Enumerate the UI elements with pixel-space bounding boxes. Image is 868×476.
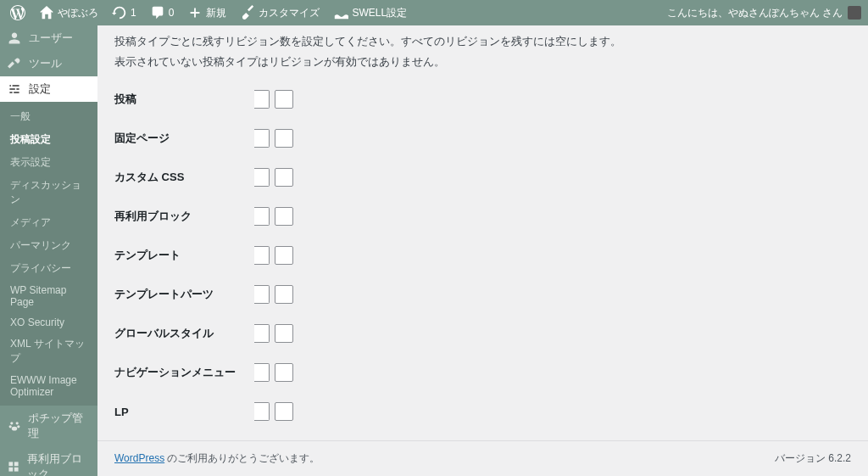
form-label: テンプレートパーツ: [114, 287, 254, 302]
form-row-global-style: グローバルスタイル: [114, 314, 851, 353]
revision-form: 投稿 固定ページ カスタム CSS 再利用ブロック テンプレート テンプレートパ…: [114, 80, 851, 431]
sidebar-sub-media[interactable]: メディア: [0, 211, 97, 234]
svg-point-1: [15, 422, 18, 424]
sidebar-item-label: ユーザー: [29, 31, 73, 46]
updates-link[interactable]: 1: [108, 5, 140, 20]
svg-point-0: [10, 422, 13, 424]
sidebar-sub-discussion[interactable]: ディスカッション: [0, 174, 97, 211]
svg-rect-6: [14, 462, 19, 466]
greeting[interactable]: こんにちは、やぬさんぽんちゃん さん: [667, 6, 843, 20]
user-icon: [7, 31, 22, 46]
revision-input-parts-a[interactable]: [254, 285, 270, 304]
comments-count: 0: [169, 7, 175, 19]
sidebar-sub-sitemap[interactable]: WP Sitemap Page: [0, 280, 97, 312]
sidebar-sub-ewww[interactable]: EWWW Image Optimizer: [0, 370, 97, 402]
site-name: やぽぶろ: [58, 6, 98, 20]
svg-point-2: [8, 425, 11, 428]
admin-sidebar: ユーザー ツール 設定 一般 投稿設定 表示設定 ディスカッション メディア パ…: [0, 25, 97, 476]
sidebar-item-label: 設定: [29, 81, 51, 97]
svg-point-3: [17, 425, 19, 428]
toolbar-right: こんにちは、やぬさんぽんちゃん さん: [667, 6, 861, 20]
comments-link[interactable]: 0: [147, 5, 178, 20]
sliders-icon: [7, 81, 22, 97]
toolbar-left: やぽぶろ 1 0 新規 カスタマイズ SWELL設定: [7, 5, 410, 20]
sidebar-sub-reading[interactable]: 表示設定: [0, 151, 97, 174]
sidebar-item-users[interactable]: ユーザー: [0, 25, 97, 51]
revision-input-page-a[interactable]: [254, 129, 270, 148]
site-home-link[interactable]: やぽぶろ: [36, 5, 102, 20]
wrench-icon: [7, 56, 22, 71]
revision-input-nav-a[interactable]: [254, 363, 270, 382]
svg-point-4: [11, 427, 16, 431]
admin-toolbar: やぽぶろ 1 0 新規 カスタマイズ SWELL設定 こんにちは、やぬさんぽんち…: [0, 0, 868, 25]
sidebar-item-label: 再利用ブロック: [27, 451, 91, 476]
revision-input-css-a[interactable]: [254, 168, 270, 187]
form-row-lp: LP: [114, 392, 851, 431]
sidebar-item-pochipp[interactable]: ポチップ管理: [0, 406, 97, 446]
customize-label: カスタマイズ: [259, 6, 320, 20]
revision-input-post-b[interactable]: [275, 90, 293, 109]
revision-input-global-b[interactable]: [275, 324, 293, 343]
new-content-link[interactable]: 新規: [184, 5, 230, 20]
footer-thanks: のご利用ありがとうございます。: [164, 452, 320, 464]
home-icon: [39, 5, 54, 20]
refresh-icon: [112, 5, 127, 20]
revision-input-global-a[interactable]: [254, 324, 270, 343]
wordpress-logo[interactable]: [7, 5, 29, 20]
form-label: 投稿: [114, 92, 254, 107]
swell-link[interactable]: SWELL設定: [330, 5, 410, 20]
form-row-css: カスタム CSS: [114, 158, 851, 197]
swell-label: SWELL設定: [352, 6, 407, 20]
updates-count: 1: [131, 7, 136, 19]
swell-icon: [333, 5, 348, 20]
revision-input-lp-b[interactable]: [275, 402, 293, 421]
revision-input-reusable-a[interactable]: [254, 207, 270, 226]
main-content: 投稿タイプごとに残すリビジョン数を設定してください。すべてのリビジョンを残すには…: [97, 25, 868, 476]
wordpress-link[interactable]: WordPress: [114, 452, 164, 464]
form-row-template: テンプレート: [114, 236, 851, 275]
description-2: 表示されていない投稿タイプはリビジョンが有効ではありません。: [114, 54, 851, 70]
brush-icon: [240, 5, 255, 20]
sidebar-sub-writing[interactable]: 投稿設定: [0, 128, 97, 151]
sidebar-sub-privacy[interactable]: プライバシー: [0, 257, 97, 280]
revision-input-css-b[interactable]: [275, 168, 293, 187]
container: ユーザー ツール 設定 一般 投稿設定 表示設定 ディスカッション メディア パ…: [0, 25, 868, 476]
paw-icon: [7, 418, 21, 434]
svg-rect-5: [8, 462, 13, 466]
sidebar-item-tools[interactable]: ツール: [0, 51, 97, 76]
revision-input-template-b[interactable]: [275, 246, 293, 265]
form-row-post: 投稿: [114, 80, 851, 119]
description-1: 投稿タイプごとに残すリビジョン数を設定してください。すべてのリビジョンを残すには…: [114, 34, 851, 49]
revision-input-parts-b[interactable]: [275, 285, 293, 304]
sidebar-submenu: 一般 投稿設定 表示設定 ディスカッション メディア パーマリンク プライバシー…: [0, 102, 97, 406]
sidebar-item-settings[interactable]: 設定: [0, 76, 97, 102]
sidebar-item-label: ポチップ管理: [28, 411, 91, 441]
revision-input-template-a[interactable]: [254, 246, 270, 265]
revision-input-lp-a[interactable]: [254, 402, 270, 421]
new-label: 新規: [206, 6, 226, 20]
customize-link[interactable]: カスタマイズ: [236, 5, 323, 20]
sidebar-item-label: ツール: [29, 56, 62, 71]
revision-input-post-a[interactable]: [254, 90, 270, 109]
form-label: グローバルスタイル: [114, 326, 254, 341]
svg-rect-8: [14, 468, 19, 472]
sidebar-sub-permalink[interactable]: パーマリンク: [0, 234, 97, 257]
form-label: テンプレート: [114, 248, 254, 263]
revision-input-nav-b[interactable]: [275, 363, 293, 382]
form-row-reusable: 再利用ブロック: [114, 197, 851, 236]
footer-version: バージョン 6.2.2: [775, 451, 851, 466]
form-label: 固定ページ: [114, 131, 254, 146]
block-icon: [7, 459, 20, 474]
sidebar-sub-xmlsitemap[interactable]: XML サイトマップ: [0, 333, 97, 370]
sidebar-item-reusable[interactable]: 再利用ブロック: [0, 446, 97, 476]
avatar[interactable]: [848, 6, 861, 20]
revision-input-reusable-b[interactable]: [275, 207, 293, 226]
footer-left: WordPress のご利用ありがとうございます。: [114, 451, 320, 466]
form-row-template-parts: テンプレートパーツ: [114, 275, 851, 314]
sidebar-sub-general[interactable]: 一般: [0, 105, 97, 128]
admin-footer: WordPress のご利用ありがとうございます。 バージョン 6.2.2: [97, 440, 868, 476]
sidebar-sub-xosecurity[interactable]: XO Security: [0, 312, 97, 333]
form-label: ナビゲーションメニュー: [114, 365, 254, 380]
revision-input-page-b[interactable]: [275, 129, 293, 148]
form-label: カスタム CSS: [114, 170, 254, 185]
